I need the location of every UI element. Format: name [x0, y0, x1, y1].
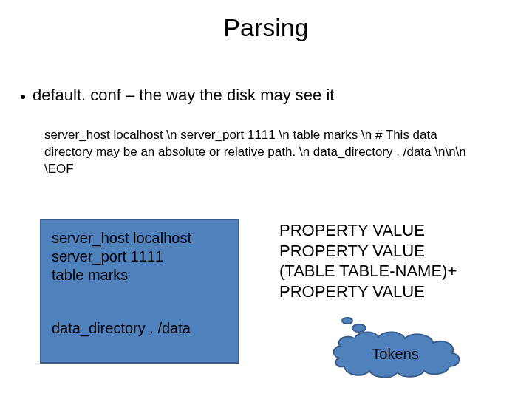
grammar-block: PROPERTY VALUE PROPERTY VALUE (TABLE TAB…: [279, 220, 457, 301]
tokens-cloud: Tokens: [325, 313, 466, 380]
bullet-text: default. conf – the way the disk may see…: [33, 86, 334, 105]
parsed-config-lower: data_directory . /data: [52, 319, 231, 338]
config-line-1: server_host localhost: [52, 229, 231, 248]
svg-point-1: [352, 324, 366, 332]
config-line-4: data_directory . /data: [52, 319, 231, 338]
slide: Parsing default. conf – the way the disk…: [0, 0, 532, 399]
cloud-label: Tokens: [325, 346, 466, 363]
grammar-line-1: PROPERTY VALUE: [279, 220, 457, 241]
bullet-dot-icon: [21, 95, 25, 99]
grammar-line-4: PROPERTY VALUE: [279, 282, 457, 302]
parsed-config-box: server_host localhost server_port 1111 t…: [40, 219, 239, 364]
grammar-line-2: PROPERTY VALUE: [279, 241, 457, 262]
raw-disk-paragraph: server_host localhost \n server_port 111…: [44, 127, 488, 178]
bullet-item: default. conf – the way the disk may see…: [21, 86, 510, 105]
config-line-2: server_port 1111: [52, 248, 231, 266]
config-line-3: table marks: [52, 266, 231, 284]
parsed-config-upper: server_host localhost server_port 1111 t…: [52, 229, 231, 284]
svg-point-0: [342, 318, 352, 324]
page-title: Parsing: [0, 13, 532, 42]
grammar-line-3: (TABLE TABLE-NAME)+: [279, 261, 457, 282]
